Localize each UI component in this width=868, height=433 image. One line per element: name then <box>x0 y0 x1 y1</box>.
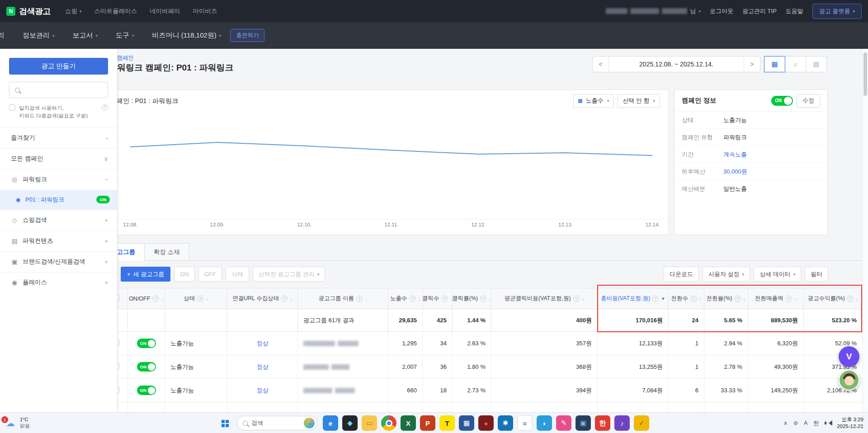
ad-tip-link[interactable]: 광고관리 TIP <box>742 7 777 15</box>
taskbar-music-app-icon[interactable]: ♪ <box>614 415 630 431</box>
match-search-checkbox[interactable] <box>9 104 15 111</box>
col-adgroup-name[interactable]: 광고그룹 이름?↕ <box>298 288 388 309</box>
help-icon[interactable]: ? <box>847 296 854 302</box>
help-link[interactable]: 도움말 <box>786 7 803 15</box>
nav-smartplace[interactable]: 스마트플레이스 <box>94 7 137 15</box>
campaign-period-link[interactable]: 계속노출 <box>723 151 747 159</box>
sidebar-item-place[interactable]: ◉ 플레이스 + <box>0 272 117 293</box>
download-button[interactable]: 다운로드 <box>664 267 699 282</box>
bulk-off-button[interactable]: OFF <box>198 267 222 282</box>
taskbar-messenger-icon[interactable]: ◗ <box>537 415 552 431</box>
taskbar-hangul-app-icon[interactable]: 한 <box>595 415 610 431</box>
ad-platform-button[interactable]: 광고 플랫폼▾ <box>812 4 862 19</box>
page-scrollbar[interactable] <box>862 49 868 412</box>
sort-icon[interactable]: ↕ <box>206 296 208 301</box>
col-roas[interactable]: 광고수익률(%)?↕ <box>804 288 863 309</box>
taskbar-excel-icon[interactable]: X <box>401 415 416 431</box>
col-total-cost[interactable]: 총비용(VAT포함,원)?▼ <box>598 288 669 309</box>
view-compact-button[interactable]: ▩ <box>806 56 827 72</box>
sidebar-search-box[interactable] <box>9 82 108 98</box>
taskbar-office-icon[interactable]: ▦ <box>459 415 474 431</box>
help-icon[interactable]: ? <box>786 296 792 302</box>
sidebar-item-power-contents[interactable]: ▤ 파워컨텐츠 + <box>0 231 117 251</box>
help-icon[interactable]: ? <box>573 296 580 302</box>
sort-icon[interactable]: ↕ <box>856 296 859 301</box>
taskbar-paint-app-icon[interactable]: ✎ <box>556 415 571 431</box>
metric-select[interactable]: 노출수 ▾ <box>573 94 614 108</box>
sort-icon[interactable]: ↕ <box>743 296 746 301</box>
menu-report[interactable]: 보고서▾ <box>73 31 98 40</box>
logout-link[interactable]: 로그아웃 <box>710 7 733 15</box>
menu-tools[interactable]: 도구▾ <box>116 31 134 40</box>
sidebar-item-favorites[interactable]: 즐겨찾기 › <box>0 127 117 148</box>
campaign-on-toggle[interactable]: ON <box>771 96 793 106</box>
col-ctr[interactable]: 클릭률(%)?↕ <box>453 288 491 309</box>
taskbar-kakaotalk-icon[interactable]: T <box>439 415 455 431</box>
menu-info-manage[interactable]: 정보관리▾ <box>23 31 55 40</box>
app-title[interactable]: 검색광고 <box>19 6 51 17</box>
sidebar-item-shopping-search[interactable]: ◇ 쇼핑검색 + <box>0 210 117 231</box>
col-cvr[interactable]: 전환율(%)?↕ <box>704 288 748 309</box>
taskbar-notepad-icon[interactable]: ≡ <box>517 415 533 431</box>
date-range-value[interactable]: 2025.12.08. ~ 2025.12.14. <box>609 56 744 72</box>
adgroup-name-redacted[interactable] <box>303 341 382 346</box>
detail-data-dropdown[interactable]: 상세 데이터▾ <box>754 267 801 282</box>
start-button[interactable] <box>217 415 232 431</box>
expand-icon[interactable]: + <box>104 259 108 265</box>
taskbar-recorder-icon[interactable]: ● <box>478 415 494 431</box>
tab-extension[interactable]: 확장 소재 <box>144 243 189 261</box>
adgroup-name-redacted[interactable] <box>303 388 382 393</box>
nav-naverpay[interactable]: 네이버페이 <box>150 7 180 15</box>
sort-desc-icon[interactable]: ▼ <box>661 297 665 301</box>
adgroup-on-toggle[interactable]: ON <box>137 386 156 395</box>
taskbar-file-explorer-icon[interactable]: ▭ <box>362 415 377 431</box>
sort-icon[interactable]: ↕ <box>161 296 164 301</box>
ime-english-indicator[interactable]: A <box>804 420 807 426</box>
filter-button[interactable]: 필터 <box>805 267 828 282</box>
expand-icon[interactable]: + <box>104 217 108 224</box>
date-prev-button[interactable]: < <box>593 56 609 72</box>
channel-chat-button[interactable]: V <box>839 346 859 367</box>
help-icon[interactable]: ? <box>197 296 203 302</box>
taskbar-search[interactable]: 검색 <box>237 416 317 430</box>
compare-select[interactable]: 선택 안 함 ▾ <box>618 94 660 108</box>
nav-mybiz[interactable]: 마이비즈 <box>193 7 217 15</box>
nav-shopping[interactable]: 쇼핑▾ <box>65 7 82 15</box>
date-next-button[interactable]: > <box>744 56 760 72</box>
bulk-on-button[interactable]: ON <box>174 267 195 282</box>
sort-icon[interactable]: ↕ <box>365 296 368 301</box>
sort-icon[interactable]: ↕ <box>418 296 421 301</box>
sidebar-item-all-campaigns[interactable]: 모든 캠페인 ∨ <box>0 148 117 169</box>
create-ad-button[interactable]: 광고 만들기 <box>9 58 108 75</box>
help-icon[interactable]: ? <box>356 296 363 302</box>
collapse-icon[interactable]: − <box>104 176 108 183</box>
help-icon[interactable]: ? <box>281 296 288 302</box>
col-avg-cpc[interactable]: 평균클릭비용(VAT포함,원)?↕ <box>491 288 598 309</box>
url-status-link[interactable]: 정상 <box>257 387 269 394</box>
sidebar-item-brand-search[interactable]: ▣ 브랜드검색/신제품검색 + <box>0 251 117 272</box>
ime-korean-indicator[interactable]: 한 <box>813 419 819 427</box>
help-icon[interactable]: ? <box>652 296 659 302</box>
col-conversions[interactable]: 전환수?↕ <box>669 288 704 309</box>
help-icon[interactable]: ? <box>442 296 448 302</box>
help-icon[interactable]: ? <box>690 296 697 302</box>
help-icon[interactable]: ? <box>410 296 416 302</box>
charge-button[interactable]: 충전하기 <box>230 29 264 42</box>
consultant-avatar-button[interactable] <box>839 370 859 391</box>
taskbar-powerpoint-icon[interactable]: P <box>420 415 435 431</box>
adgroup-on-toggle[interactable]: ON <box>137 362 156 372</box>
delete-button[interactable]: 삭제 <box>226 267 249 282</box>
col-url-status[interactable]: 연결URL 수집상태?↕ <box>227 288 298 309</box>
tray-status-icon[interactable]: ⊘ <box>793 420 798 426</box>
col-status[interactable]: 상태?↕ <box>165 288 227 309</box>
col-onoff[interactable]: ON/OFF?↕ <box>128 288 165 309</box>
expand-icon[interactable]: + <box>104 279 108 286</box>
view-chart-table-button[interactable]: ▦ <box>764 56 785 72</box>
sort-icon[interactable]: ↕ <box>290 296 292 301</box>
hidden-icons-chevron[interactable]: ∧ <box>783 420 788 426</box>
url-status-link[interactable]: 정상 <box>257 340 269 347</box>
sort-icon[interactable]: ↕ <box>489 296 491 301</box>
adgroup-name-redacted[interactable] <box>303 364 382 370</box>
sort-icon[interactable]: ↕ <box>582 296 585 301</box>
col-impressions[interactable]: 노출수?↕ <box>388 288 423 309</box>
